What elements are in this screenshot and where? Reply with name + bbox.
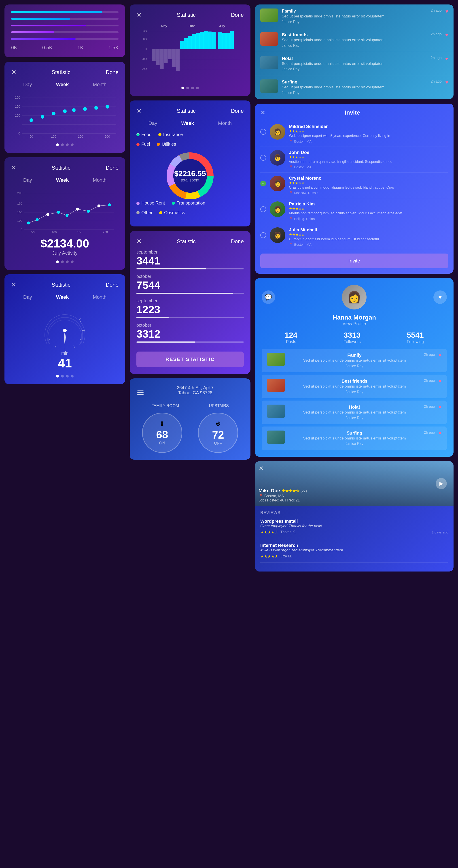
profile-social-surfing[interactable]: Surfing Sed ut perspiciatis unde omnis i… xyxy=(262,427,447,450)
legend-fuel: Fuel xyxy=(136,142,150,147)
bar-chart-close[interactable]: ✕ xyxy=(136,11,141,19)
invite-info-crystal: Crystal Moreno ★★★☆☆ Cras quis nulla com… xyxy=(289,176,448,195)
hamburger-menu[interactable] xyxy=(136,390,144,396)
gauge-done[interactable]: Done xyxy=(106,282,119,288)
thermo-dial-1[interactable]: 🌡 68 ON xyxy=(142,413,182,453)
progress-track-5 xyxy=(11,38,119,40)
tab-dot-week[interactable]: Week xyxy=(52,80,73,89)
stat-card-dot-close[interactable]: ✕ xyxy=(11,68,16,76)
profile-message-btn[interactable]: 💬 xyxy=(262,290,275,304)
stat-card-dot-done[interactable]: Done xyxy=(106,69,119,75)
thermo-address-line1: 2647 4th St., Apt 7 xyxy=(147,385,244,390)
donut-done[interactable]: Done xyxy=(231,108,244,114)
legend-label-utilities: Utilities xyxy=(162,142,176,147)
review-close[interactable]: ✕ xyxy=(259,465,264,472)
invite-radio-mildred[interactable] xyxy=(260,129,266,135)
invite-radio-julia[interactable] xyxy=(260,232,266,238)
tab-dot-day[interactable]: Day xyxy=(19,80,36,89)
tab-gauge-month[interactable]: Month xyxy=(88,293,111,302)
heart-icon-surfing[interactable]: ♥ xyxy=(445,80,448,85)
stat-bar-fill-oct-1 xyxy=(136,293,233,294)
stat-value-oct-1: 7544 xyxy=(136,279,244,291)
invite-radio-crystal[interactable] xyxy=(260,181,266,186)
gauge-close[interactable]: ✕ xyxy=(11,281,16,288)
stat-card-dot-pagination xyxy=(11,144,119,146)
legend-insurance: Insurance xyxy=(158,132,183,137)
social-item-family[interactable]: Family Sed ut perspiciatis unde omnis is… xyxy=(255,4,454,28)
invite-button[interactable]: Invite xyxy=(260,253,448,268)
heart-icon-family[interactable]: ♥ xyxy=(445,8,448,14)
tab-line-week[interactable]: Week xyxy=(52,176,73,184)
tab-line-day[interactable]: Day xyxy=(19,176,36,184)
profile-social-family[interactable]: Family Sed ut perspiciatis unde omnis is… xyxy=(262,349,447,372)
invite-person-patricia[interactable]: 👩 Patricia Kim ★★★☆☆ Mauris non tempor q… xyxy=(260,198,448,224)
donut-close[interactable]: ✕ xyxy=(136,107,141,115)
invite-desc-mildred: Web-designer expert with 5 years experie… xyxy=(289,133,448,138)
heart-icon-bestfriends[interactable]: ♥ xyxy=(445,32,448,38)
dot-page-4 xyxy=(71,144,73,146)
profile-posts: 124 Posts xyxy=(285,331,297,344)
profile-social-hola[interactable]: Hola! Sed ut perspiciatis unde omnis ist… xyxy=(262,401,447,424)
social-content-family: Family Sed ut perspiciatis unde omnis is… xyxy=(282,8,427,24)
social-content-surfing: Surfing Sed ut perspiciatis unde omnis i… xyxy=(282,80,427,95)
thermo-room-2[interactable]: UPSTAIRS xyxy=(209,403,229,408)
heart-icon-pfamily[interactable]: ♥ xyxy=(438,353,441,359)
stat-card-line: ✕ Statistic Done Day Week Month 200 150 … xyxy=(4,157,125,270)
reset-statistic-button[interactable]: RESET STATISTIC xyxy=(136,351,244,367)
profile-social-bestfriends[interactable]: Best friends Sed ut perspiciatis unde om… xyxy=(262,375,447,398)
thermo-dial-1-circle: 🌡 68 ON xyxy=(142,413,182,453)
tab-donut-day[interactable]: Day xyxy=(144,119,162,128)
tab-gauge-week[interactable]: Week xyxy=(52,293,73,302)
profile-title-friends: Best friends xyxy=(289,379,420,384)
svg-point-32 xyxy=(36,218,39,221)
stat-card-line-close[interactable]: ✕ xyxy=(11,164,16,172)
heart-icon-hola[interactable]: ♥ xyxy=(445,56,448,62)
invite-person-mildred[interactable]: 👩 Mildred Schneider ★★★☆☆ Web-designer e… xyxy=(260,121,448,147)
invite-stars-crystal: ★★★☆☆ xyxy=(289,181,448,185)
review-play-btn[interactable]: ▶ xyxy=(436,478,447,489)
social-item-surfing[interactable]: Surfing Sed ut perspiciatis unde omnis i… xyxy=(255,75,454,99)
review-quote-1: Great employer! Thanks for the task! xyxy=(260,524,448,528)
profile-view-link[interactable]: View Profile xyxy=(262,321,447,326)
svg-rect-86 xyxy=(172,49,175,67)
profile-like-btn[interactable]: ♥ xyxy=(433,290,447,304)
tab-donut-month[interactable]: Month xyxy=(214,119,236,128)
stat-card-line-done[interactable]: Done xyxy=(106,165,119,171)
svg-point-15 xyxy=(94,106,98,110)
x-label-1k: 1K xyxy=(77,45,84,51)
progress-fill-5 xyxy=(11,38,75,40)
tab-dot-month[interactable]: Month xyxy=(88,80,111,89)
stat-item-oct-2: october 3312 xyxy=(136,323,244,343)
tab-line-month[interactable]: Month xyxy=(88,176,111,184)
bar-chart-done[interactable]: Done xyxy=(231,12,244,18)
review-hero-jobs: Jobs Posted: 46 Hired: 21 xyxy=(259,498,307,502)
social-title-hola: Hola! xyxy=(282,56,427,61)
heart-icon-psurfing[interactable]: ♥ xyxy=(438,431,441,436)
thermo-icon-2: ❄ xyxy=(215,420,221,428)
heart-icon-phola[interactable]: ♥ xyxy=(438,405,441,410)
invite-person-john[interactable]: 👨 John Doe ★★★☆☆ Vestibulum rutrum quam … xyxy=(260,147,448,173)
bar-dot-3 xyxy=(191,87,194,89)
thermo-dial-2[interactable]: ❄ 72 OFF xyxy=(198,413,238,453)
review-stars-2: ★★★★★ xyxy=(260,554,278,559)
invite-radio-patricia[interactable] xyxy=(260,206,266,212)
tab-gauge-day[interactable]: Day xyxy=(19,293,36,302)
invite-close[interactable]: ✕ xyxy=(260,109,265,116)
dot-chart-svg: 200 150 100 0 50 100 150 200 xyxy=(11,93,119,138)
social-item-bestfriends[interactable]: Best friends Sed ut perspiciatis unde om… xyxy=(255,28,454,52)
legend-dot-other xyxy=(136,211,139,214)
invite-person-crystal[interactable]: 👩 Crystal Moreno ★★★☆☆ Cras quis nulla c… xyxy=(260,173,448,198)
tab-donut-week[interactable]: Week xyxy=(177,119,198,128)
svg-point-35 xyxy=(66,214,68,217)
thermo-room-1[interactable]: FAMILY ROOM xyxy=(152,403,179,408)
invite-radio-john[interactable] xyxy=(260,155,266,161)
invite-title: Invite xyxy=(265,109,439,116)
progress-track-3 xyxy=(11,25,119,26)
legend-dot-utilities xyxy=(157,143,160,146)
stats-list-done[interactable]: Done xyxy=(231,238,244,245)
heart-icon-pfriends[interactable]: ♥ xyxy=(438,379,441,384)
social-item-hola[interactable]: Hola! Sed ut perspiciatis unde omnis ist… xyxy=(255,52,454,75)
invite-avatar-crystal: 👩 xyxy=(270,176,285,191)
stats-list-close[interactable]: ✕ xyxy=(136,238,141,245)
invite-person-julia[interactable]: 👩 Julia Mitchell ★★★☆☆ Curabitur loborti… xyxy=(260,224,448,250)
